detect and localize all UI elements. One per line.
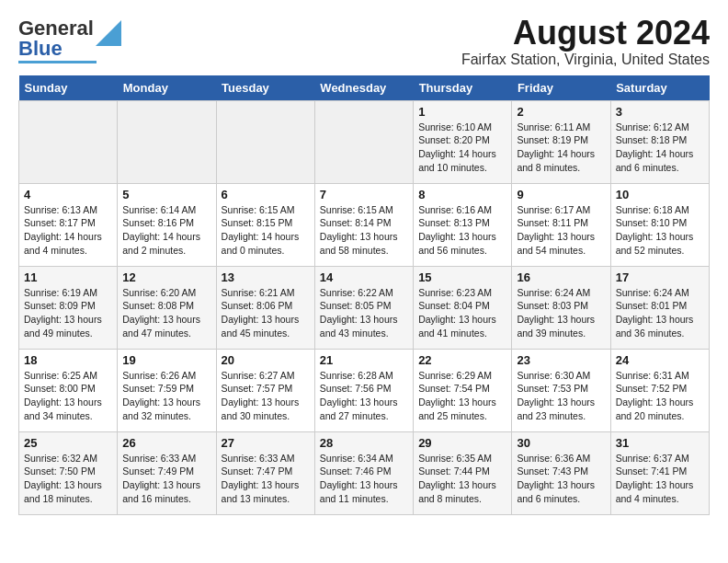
- day-number: 15: [418, 270, 506, 284]
- day-info: Sunrise: 6:15 AM Sunset: 8:15 PM Dayligh…: [222, 203, 310, 258]
- day-info: Sunrise: 6:15 AM Sunset: 8:14 PM Dayligh…: [320, 203, 408, 258]
- logo-arrow-icon: [96, 20, 121, 46]
- table-row: 24Sunrise: 6:31 AM Sunset: 7:52 PM Dayli…: [610, 349, 709, 431]
- day-info: Sunrise: 6:18 AM Sunset: 8:10 PM Dayligh…: [616, 203, 704, 258]
- table-row: 17Sunrise: 6:24 AM Sunset: 8:01 PM Dayli…: [610, 266, 709, 349]
- table-row: 28Sunrise: 6:34 AM Sunset: 7:46 PM Dayli…: [314, 431, 413, 514]
- day-number: 23: [517, 353, 605, 367]
- day-number: 14: [320, 270, 408, 284]
- day-info: Sunrise: 6:23 AM Sunset: 8:04 PM Dayligh…: [418, 286, 506, 340]
- logo-text: General Blue: [18, 18, 94, 59]
- table-row: 11Sunrise: 6:19 AM Sunset: 8:09 PM Dayli…: [19, 266, 118, 349]
- day-info: Sunrise: 6:24 AM Sunset: 8:01 PM Dayligh…: [616, 286, 704, 340]
- day-number: 21: [320, 353, 408, 367]
- day-info: Sunrise: 6:33 AM Sunset: 7:47 PM Dayligh…: [222, 452, 310, 506]
- table-row: 12Sunrise: 6:20 AM Sunset: 8:08 PM Dayli…: [118, 266, 216, 349]
- table-row: 16Sunrise: 6:24 AM Sunset: 8:03 PM Dayli…: [512, 266, 610, 349]
- table-row: 9Sunrise: 6:17 AM Sunset: 8:11 PM Daylig…: [512, 183, 610, 266]
- day-number: 30: [517, 436, 605, 450]
- day-info: Sunrise: 6:33 AM Sunset: 7:49 PM Dayligh…: [122, 452, 210, 506]
- title-section: August 2024 Fairfax Station, Virginia, U…: [461, 15, 710, 68]
- col-sunday: Sunday: [19, 75, 118, 101]
- table-row: 25Sunrise: 6:32 AM Sunset: 7:50 PM Dayli…: [19, 431, 118, 514]
- day-number: 8: [418, 188, 506, 201]
- col-monday: Monday: [118, 75, 216, 101]
- day-number: 28: [320, 436, 408, 450]
- day-info: Sunrise: 6:10 AM Sunset: 8:20 PM Dayligh…: [418, 121, 506, 175]
- svg-marker-0: [96, 20, 121, 46]
- day-number: 3: [616, 105, 704, 119]
- day-number: 31: [616, 436, 704, 450]
- col-friday: Friday: [512, 75, 610, 101]
- day-number: 9: [517, 188, 605, 201]
- day-number: 22: [418, 353, 506, 367]
- table-row: 10Sunrise: 6:18 AM Sunset: 8:10 PM Dayli…: [610, 183, 709, 266]
- table-row: [216, 100, 314, 183]
- day-info: Sunrise: 6:32 AM Sunset: 7:50 PM Dayligh…: [24, 452, 112, 506]
- day-number: 6: [222, 188, 310, 201]
- day-info: Sunrise: 6:22 AM Sunset: 8:05 PM Dayligh…: [320, 286, 408, 340]
- day-number: 19: [122, 353, 210, 367]
- table-row: 6Sunrise: 6:15 AM Sunset: 8:15 PM Daylig…: [216, 183, 314, 266]
- calendar-header-row: Sunday Monday Tuesday Wednesday Thursday…: [19, 75, 710, 101]
- day-number: 2: [517, 105, 605, 119]
- table-row: 31Sunrise: 6:37 AM Sunset: 7:41 PM Dayli…: [610, 431, 709, 514]
- calendar-week-row: 11Sunrise: 6:19 AM Sunset: 8:09 PM Dayli…: [19, 266, 710, 349]
- table-row: [19, 100, 118, 183]
- day-info: Sunrise: 6:37 AM Sunset: 7:41 PM Dayligh…: [616, 452, 704, 506]
- day-info: Sunrise: 6:21 AM Sunset: 8:06 PM Dayligh…: [222, 286, 310, 340]
- table-row: 5Sunrise: 6:14 AM Sunset: 8:16 PM Daylig…: [118, 183, 216, 266]
- table-row: 3Sunrise: 6:12 AM Sunset: 8:18 PM Daylig…: [610, 100, 709, 183]
- day-number: 4: [24, 188, 112, 201]
- table-row: 1Sunrise: 6:10 AM Sunset: 8:20 PM Daylig…: [414, 100, 512, 183]
- table-row: 18Sunrise: 6:25 AM Sunset: 8:00 PM Dayli…: [19, 349, 118, 431]
- table-row: 13Sunrise: 6:21 AM Sunset: 8:06 PM Dayli…: [216, 266, 314, 349]
- day-info: Sunrise: 6:12 AM Sunset: 8:18 PM Dayligh…: [616, 121, 704, 175]
- table-row: 15Sunrise: 6:23 AM Sunset: 8:04 PM Dayli…: [414, 266, 512, 349]
- calendar-week-row: 18Sunrise: 6:25 AM Sunset: 8:00 PM Dayli…: [19, 349, 710, 431]
- day-number: 25: [24, 436, 112, 450]
- table-row: [314, 100, 413, 183]
- table-row: [118, 100, 216, 183]
- month-title: August 2024: [461, 15, 710, 52]
- day-info: Sunrise: 6:11 AM Sunset: 8:19 PM Dayligh…: [517, 121, 605, 175]
- table-row: 22Sunrise: 6:29 AM Sunset: 7:54 PM Dayli…: [414, 349, 512, 431]
- table-row: 2Sunrise: 6:11 AM Sunset: 8:19 PM Daylig…: [512, 100, 610, 183]
- logo: General Blue: [18, 18, 121, 63]
- day-info: Sunrise: 6:30 AM Sunset: 7:53 PM Dayligh…: [517, 369, 605, 423]
- day-number: 13: [222, 270, 310, 284]
- logo-blue: Blue: [18, 37, 63, 60]
- table-row: 29Sunrise: 6:35 AM Sunset: 7:44 PM Dayli…: [414, 431, 512, 514]
- day-number: 1: [418, 105, 506, 119]
- day-info: Sunrise: 6:19 AM Sunset: 8:09 PM Dayligh…: [24, 286, 112, 340]
- table-row: 27Sunrise: 6:33 AM Sunset: 7:47 PM Dayli…: [216, 431, 314, 514]
- day-number: 16: [517, 270, 605, 284]
- day-number: 10: [616, 188, 704, 201]
- calendar-table: Sunday Monday Tuesday Wednesday Thursday…: [18, 75, 710, 515]
- calendar-week-row: 4Sunrise: 6:13 AM Sunset: 8:17 PM Daylig…: [19, 183, 710, 266]
- day-number: 18: [24, 353, 112, 367]
- col-wednesday: Wednesday: [314, 75, 413, 101]
- day-info: Sunrise: 6:26 AM Sunset: 7:59 PM Dayligh…: [122, 369, 210, 423]
- table-row: 30Sunrise: 6:36 AM Sunset: 7:43 PM Dayli…: [512, 431, 610, 514]
- day-info: Sunrise: 6:14 AM Sunset: 8:16 PM Dayligh…: [122, 203, 210, 258]
- table-row: 4Sunrise: 6:13 AM Sunset: 8:17 PM Daylig…: [19, 183, 118, 266]
- day-info: Sunrise: 6:17 AM Sunset: 8:11 PM Dayligh…: [517, 203, 605, 258]
- table-row: 19Sunrise: 6:26 AM Sunset: 7:59 PM Dayli…: [118, 349, 216, 431]
- day-info: Sunrise: 6:24 AM Sunset: 8:03 PM Dayligh…: [517, 286, 605, 340]
- table-row: 20Sunrise: 6:27 AM Sunset: 7:57 PM Dayli…: [216, 349, 314, 431]
- day-info: Sunrise: 6:28 AM Sunset: 7:56 PM Dayligh…: [320, 369, 408, 423]
- day-number: 26: [122, 436, 210, 450]
- col-thursday: Thursday: [414, 75, 512, 101]
- day-info: Sunrise: 6:29 AM Sunset: 7:54 PM Dayligh…: [418, 369, 506, 423]
- logo-underline: [18, 61, 97, 63]
- day-info: Sunrise: 6:16 AM Sunset: 8:13 PM Dayligh…: [418, 203, 506, 258]
- page-header: General Blue August 2024 Fairfax Station…: [18, 15, 710, 68]
- calendar-week-row: 1Sunrise: 6:10 AM Sunset: 8:20 PM Daylig…: [19, 100, 710, 183]
- day-info: Sunrise: 6:36 AM Sunset: 7:43 PM Dayligh…: [517, 452, 605, 506]
- day-number: 27: [222, 436, 310, 450]
- table-row: 14Sunrise: 6:22 AM Sunset: 8:05 PM Dayli…: [314, 266, 413, 349]
- day-number: 20: [222, 353, 310, 367]
- day-info: Sunrise: 6:27 AM Sunset: 7:57 PM Dayligh…: [222, 369, 310, 423]
- day-info: Sunrise: 6:34 AM Sunset: 7:46 PM Dayligh…: [320, 452, 408, 506]
